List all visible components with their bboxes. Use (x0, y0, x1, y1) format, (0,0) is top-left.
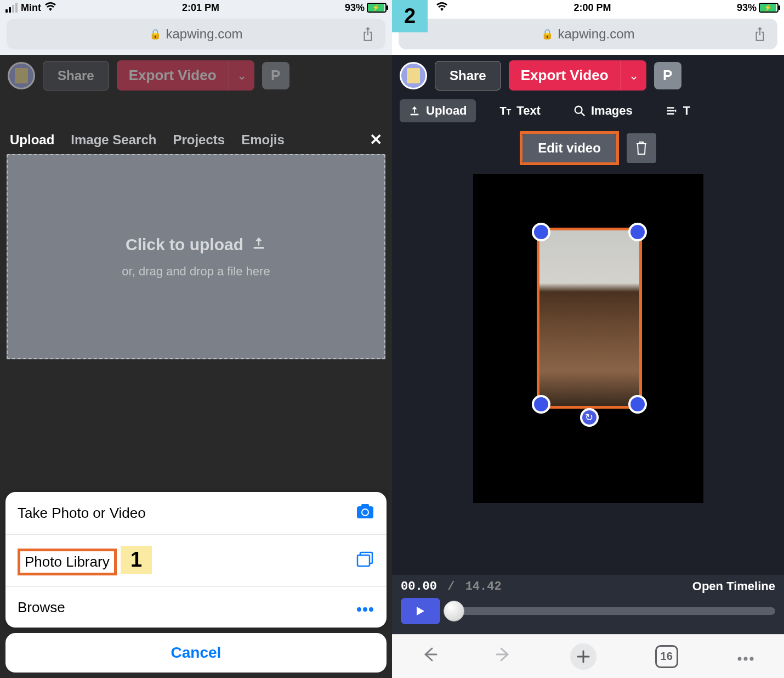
upload-dropzone[interactable]: Click to upload or, drag and drop a file… (7, 154, 385, 359)
timeline-scrubber[interactable] (447, 607, 775, 615)
tool-more[interactable]: T (657, 99, 690, 122)
back-button[interactable] (421, 646, 438, 666)
rotate-handle[interactable] (580, 408, 599, 427)
tabs-button[interactable]: 16 (655, 645, 678, 668)
avatar[interactable] (400, 62, 427, 89)
lock-icon: 🔒 (541, 28, 553, 40)
sheet-take-photo[interactable]: Take Photo or Video (5, 492, 387, 535)
camera-icon (356, 503, 374, 523)
resize-handle-bl[interactable] (532, 395, 550, 414)
resize-handle-tr[interactable] (628, 223, 647, 241)
status-bar: 2:00 PM 93% ⚡ (392, 0, 784, 15)
tool-images[interactable]: Images (565, 99, 641, 122)
more-icon (736, 656, 755, 662)
resize-handle-br[interactable] (628, 395, 647, 414)
forward-button[interactable] (496, 646, 512, 666)
url-bar[interactable]: 🔒 kapwing.com (399, 19, 777, 49)
battery-icon: ⚡ (759, 3, 779, 13)
sheet-cancel[interactable]: Cancel (5, 633, 387, 673)
clock: 2:00 PM (573, 2, 611, 14)
step-badge-2: 2 (392, 0, 428, 32)
tool-text[interactable]: TT Text (491, 99, 549, 122)
clock: 2:01 PM (182, 2, 219, 14)
action-sheet: Take Photo or Video Photo Library 1 (5, 492, 387, 628)
tab-upload[interactable]: Upload (10, 132, 54, 148)
delete-button[interactable] (627, 133, 656, 163)
resize-handle-tl[interactable] (532, 223, 550, 241)
share-button[interactable]: Share (435, 61, 501, 91)
upload-icon (408, 105, 421, 117)
step-badge-1: 1 (121, 546, 152, 574)
plan-badge[interactable]: P (654, 62, 681, 89)
sheet-take-photo-label: Take Photo or Video (18, 505, 146, 522)
edit-video-button[interactable]: Edit video (522, 134, 616, 162)
time-current: 00.00 (401, 580, 437, 594)
share-icon[interactable] (360, 26, 376, 42)
svg-line-10 (581, 112, 584, 116)
battery-percentage: 93% (345, 2, 365, 14)
svg-rect-1 (361, 504, 369, 507)
tabs-count: 16 (661, 650, 673, 663)
url-text: kapwing.com (166, 26, 242, 42)
stack-icon (356, 551, 374, 571)
svg-rect-5 (357, 555, 370, 566)
upload-icon (251, 235, 266, 255)
wifi-icon (436, 2, 448, 14)
upload-modal: Upload Image Search Projects Emojis ✕ Cl… (0, 125, 392, 359)
svg-point-3 (362, 510, 368, 515)
play-icon (416, 606, 425, 617)
tool-images-label: Images (591, 104, 633, 118)
tab-projects[interactable]: Projects (173, 132, 225, 148)
svg-point-9 (575, 106, 582, 114)
dropzone-title: Click to upload (126, 235, 243, 254)
tab-image-search[interactable]: Image Search (71, 132, 156, 148)
signal-icon (5, 3, 18, 13)
svg-point-13 (749, 657, 753, 660)
export-button[interactable]: Export Video (509, 60, 621, 91)
battery-percentage: 93% (737, 2, 757, 14)
tool-text-label: Text (516, 104, 541, 118)
sheet-browse-label: Browse (18, 599, 65, 616)
arrow-left-icon (421, 646, 438, 663)
svg-point-11 (737, 657, 741, 660)
more-icon (356, 598, 374, 617)
play-button[interactable] (401, 598, 440, 624)
sheet-photo-library[interactable]: Photo Library 1 (5, 535, 387, 587)
menu-button[interactable] (736, 647, 755, 666)
open-timeline-button[interactable]: Open Timeline (692, 579, 775, 594)
menu-icon (666, 105, 678, 117)
close-icon[interactable]: ✕ (370, 131, 382, 149)
tool-more-label: T (683, 104, 690, 118)
wifi-icon (44, 2, 56, 14)
selected-video-clip[interactable] (537, 228, 642, 409)
arrow-right-icon (496, 646, 512, 663)
browser-nav: 16 (392, 634, 784, 678)
lock-icon: 🔒 (149, 28, 161, 40)
search-icon (573, 105, 586, 117)
timeline-bar: 00.00 / 14.42 Open Timeline (392, 575, 784, 634)
editor-canvas[interactable] (473, 174, 703, 503)
svg-point-8 (369, 607, 373, 612)
timeline-time: 00.00 / 14.42 (401, 580, 502, 594)
photo-library-highlight: Photo Library (18, 549, 117, 575)
status-bar: Mint 2:01 PM 93% ⚡ (0, 0, 392, 15)
svg-point-12 (743, 657, 747, 660)
export-dropdown[interactable]: ⌄ (621, 60, 646, 91)
edit-video-highlight: Edit video (520, 131, 619, 165)
text-icon: TT (500, 105, 512, 117)
url-text: kapwing.com (558, 26, 634, 42)
svg-point-7 (363, 607, 367, 612)
sheet-photo-library-label: Photo Library (25, 553, 110, 570)
tool-upload[interactable]: Upload (400, 99, 476, 122)
url-bar[interactable]: 🔒 kapwing.com (7, 19, 385, 49)
new-tab-button[interactable] (570, 643, 596, 670)
tab-emojis[interactable]: Emojis (241, 132, 285, 148)
trash-icon (635, 141, 648, 155)
carrier-label: Mint (21, 2, 41, 14)
share-icon[interactable] (752, 26, 768, 42)
scrubber-knob[interactable] (444, 601, 464, 622)
sheet-browse[interactable]: Browse (5, 587, 387, 628)
plus-icon (576, 649, 590, 664)
time-duration: 14.42 (465, 580, 502, 594)
tool-upload-label: Upload (426, 104, 467, 118)
